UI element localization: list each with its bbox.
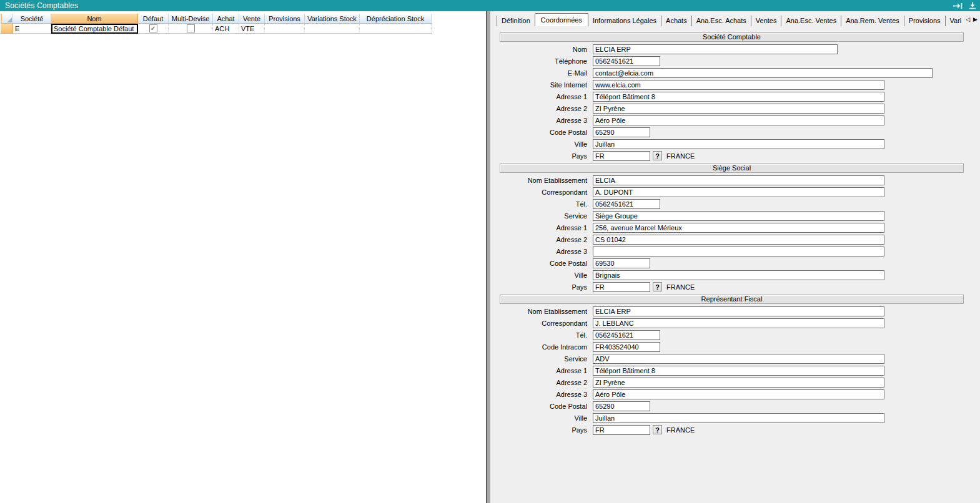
form-row: Code Postal [500,257,964,269]
section-header-representant-fiscal: Représentant Fiscal [500,295,964,304]
siege-social-pays-lookup-text: FRANCE [666,283,695,291]
cell-provisions[interactable] [265,24,305,34]
cell-vente[interactable]: VTE [239,24,265,34]
representant-fiscal-adresse-2-input[interactable] [593,378,884,388]
col-header-multi-devise[interactable]: Multi-Devise [169,14,213,24]
col-header-provisions[interactable]: Provisions [265,14,305,24]
row-selector[interactable] [1,24,13,34]
representant-fiscal-tel-input[interactable] [593,330,660,340]
form-row: Adresse 3 [500,114,964,126]
col-header-defaut[interactable]: Défaut [138,14,169,24]
cell-defaut[interactable]: ✓ [138,24,169,34]
form-row: Nom [500,43,964,55]
societe-comptable-adresse-3-input[interactable] [593,115,884,125]
grid-row[interactable]: ESociété Comptable Défaut✓ACHVTE [1,24,432,34]
tab-ana-esc-ventes[interactable]: Ana.Esc. Ventes [781,16,841,26]
cell-multi-devise[interactable] [169,24,213,34]
representant-fiscal-nom-etablissement-input[interactable] [593,306,884,316]
representant-fiscal-code-postal-input[interactable] [593,401,650,411]
cell-variations-stock[interactable] [305,24,360,34]
siege-social-tel-input[interactable] [593,199,660,209]
col-header-variations-stock[interactable]: Variations Stock [305,14,360,24]
col-header-nom[interactable]: Nom [51,14,138,24]
col-header-achat[interactable]: Achat [213,14,239,24]
societe-comptable-adresse-2-input[interactable] [593,104,884,114]
siege-social-correspondant-input[interactable] [593,187,884,197]
representant-fiscal-correspondant-input[interactable] [593,318,884,328]
form-row: Pays?FRANCE [500,281,964,293]
tab-achats[interactable]: Achats [661,16,691,26]
tab-informations-legales[interactable]: Informations Légales [588,16,661,26]
form-row: Adresse 1 [500,222,964,233]
representant-fiscal-tel-label: Tél. [500,331,593,339]
societe-comptable-adresse-3-label: Adresse 3 [500,117,593,124]
tab-scroll-left-icon[interactable]: ◁ [966,17,970,22]
form-row: Ville [500,138,964,150]
tab-ana-rem-ventes[interactable]: Ana.Rem. Ventes [841,16,904,26]
multi-devise-checkbox[interactable] [187,24,195,32]
section-fields-societe-comptable: NomTéléphoneE-MailSite InternetAdresse 1… [500,43,964,162]
defaut-checkbox[interactable]: ✓ [149,24,157,32]
siege-social-adresse-2-input[interactable] [593,235,884,245]
cell-nom[interactable]: Société Comptable Défaut [51,24,138,34]
form-row: Adresse 1 [500,364,964,376]
representant-fiscal-pays-lookup-button[interactable]: ? [653,425,662,434]
societe-comptable-adresse-1-label: Adresse 1 [500,93,593,100]
tab-ana-esc-achats[interactable]: Ana.Esc. Achats [691,16,751,26]
form-row: Adresse 3 [500,245,964,257]
siege-social-service-input[interactable] [593,211,884,221]
societe-comptable-telephone-input[interactable] [593,56,660,66]
societe-comptable-ville-input[interactable] [593,139,884,149]
tab-definition[interactable]: Définition [497,16,535,26]
societe-comptable-nom-input[interactable] [593,44,838,54]
form-row: Correspondant [500,317,964,329]
siege-social-adresse-3-input[interactable] [593,247,884,256]
societe-comptable-pays-label: Pays [500,152,593,160]
societe-comptable-pays-input[interactable] [593,151,650,161]
siege-social-code-postal-input[interactable] [593,258,650,268]
representant-fiscal-adresse-1-input[interactable] [593,366,884,376]
siege-social-pays-label: Pays [500,283,593,291]
tab-coordonnees[interactable]: Coordonnées [535,13,588,26]
representant-fiscal-adresse-2-label: Adresse 2 [500,379,593,386]
form-row: Adresse 2 [500,376,964,388]
tab-variations-de-stock[interactable]: Variations de Stock [945,16,961,26]
societe-comptable-nom-label: Nom [500,46,593,53]
tab-provisions[interactable]: Provisions [904,16,945,26]
societe-comptable-adresse-1-input[interactable] [593,92,884,102]
col-header-societe[interactable]: Société [13,14,51,24]
representant-fiscal-code-intracom-input[interactable] [593,342,660,352]
representant-fiscal-code-intracom-label: Code Intracom [500,343,593,351]
detail-tabstrip: DéfinitionCoordonnéesInformations Légale… [497,13,961,26]
representant-fiscal-adresse-3-input[interactable] [593,389,884,399]
cell-achat[interactable]: ACH [213,24,239,34]
representant-fiscal-service-input[interactable] [593,354,884,364]
siege-social-pays-lookup-button[interactable]: ? [653,282,662,291]
siege-social-ville-input[interactable] [593,270,884,280]
detail-panel: DéfinitionCoordonnéesInformations Légale… [490,11,980,503]
cell-depreciation-stock[interactable] [360,24,432,34]
form-row: Adresse 1 [500,90,964,102]
representant-fiscal-pays-input[interactable] [593,425,650,435]
select-all-corner[interactable] [1,14,13,24]
societe-comptable-pays-lookup-button[interactable]: ? [653,151,662,160]
grid-panel: SociétéNomDéfautMulti-DeviseAchatVentePr… [0,11,486,503]
cell-societe[interactable]: E [13,24,51,34]
export-down-icon[interactable] [969,2,976,9]
societe-comptable-code-postal-input[interactable] [593,127,650,137]
move-last-icon[interactable] [953,2,963,9]
siege-social-adresse-1-input[interactable] [593,223,884,233]
siege-social-pays-input[interactable] [593,282,650,292]
societe-comptable-e-mail-input[interactable] [593,68,933,78]
siege-social-nom-etablissement-input[interactable] [593,175,884,185]
form-row: Pays?FRANCE [500,424,964,436]
tab-ventes[interactable]: Ventes [751,16,781,26]
col-header-depreciation-stock[interactable]: Dépréciation Stock [360,14,432,24]
representant-fiscal-ville-input[interactable] [593,413,884,423]
form-row: Site Internet [500,79,964,90]
col-header-vente[interactable]: Vente [239,14,265,24]
window-titlebar: Sociétés Comptables [0,0,980,11]
societe-comptable-site-internet-input[interactable] [593,80,884,90]
tab-scroll-right-icon[interactable]: ▶ [973,17,978,22]
societe-comptable-telephone-label: Téléphone [500,57,593,65]
